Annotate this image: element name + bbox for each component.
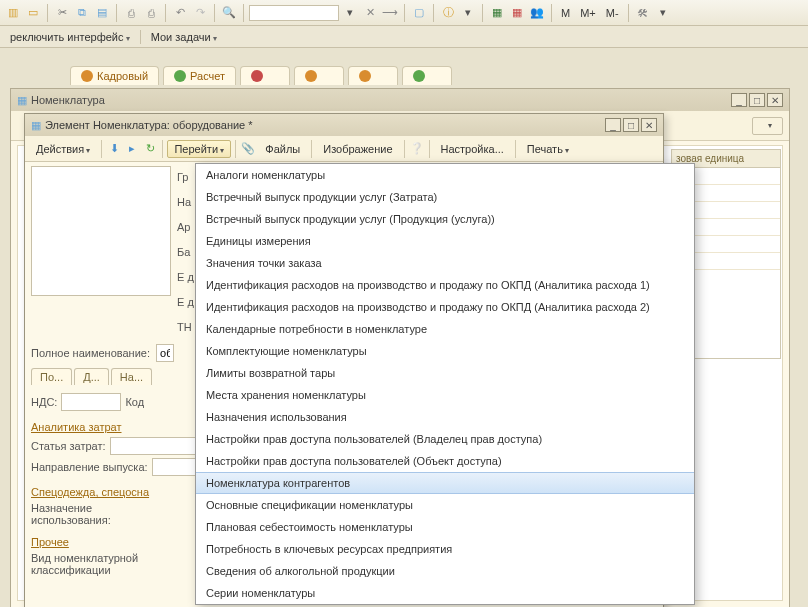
calendar-icon[interactable]: ▦ xyxy=(508,4,526,22)
separator xyxy=(235,140,236,158)
dd-item[interactable]: Встречный выпуск продукции услуг (Продук… xyxy=(196,208,694,230)
undo-icon[interactable]: ↶ xyxy=(171,4,189,22)
print-icon[interactable]: ⎙ xyxy=(122,4,140,22)
help-icon[interactable]: ❔ xyxy=(409,141,425,157)
attach-icon[interactable]: 📎 xyxy=(240,141,256,157)
users-icon[interactable]: 👥 xyxy=(528,4,546,22)
dd-item[interactable]: Потребность в ключевых ресурсах предприя… xyxy=(196,538,694,560)
close-button[interactable]: ✕ xyxy=(641,118,657,132)
minimize-button[interactable]: _ xyxy=(731,93,747,107)
dd-item[interactable]: Места хранения номенклатуры xyxy=(196,384,694,406)
open-icon[interactable]: ▭ xyxy=(24,4,42,22)
save-icon[interactable]: ⬇ xyxy=(106,141,122,157)
nomencl-type-label2: классификации xyxy=(31,564,111,576)
image-button[interactable]: Изображение xyxy=(316,140,399,158)
window-titlebar[interactable]: ▦ Номенклатура _ □ ✕ xyxy=(11,89,789,111)
image-preview xyxy=(31,166,171,296)
print-preview-icon[interactable]: ⎙ xyxy=(142,4,160,22)
dropdown-icon[interactable]: ▾ xyxy=(654,4,672,22)
menu-my-tasks[interactable]: Мои задачи xyxy=(145,29,223,45)
find-next-icon[interactable]: ⟶ xyxy=(381,4,399,22)
separator xyxy=(404,4,405,22)
field-label: Ар xyxy=(177,221,194,233)
separator xyxy=(628,4,629,22)
new-doc-icon[interactable]: ▥ xyxy=(4,4,22,22)
dd-item[interactable]: Основные спецификации номенклатуры xyxy=(196,494,694,516)
menu-switch-interface[interactable]: реключить интерфейс xyxy=(4,29,136,45)
memory-m-button[interactable]: M xyxy=(557,5,574,21)
app-menu-bar: реключить интерфейс Мои задачи xyxy=(0,26,808,48)
dd-item[interactable]: Аналоги номенклатуры xyxy=(196,164,694,186)
kod-label: Код xyxy=(125,396,144,408)
nds-input[interactable] xyxy=(61,393,121,411)
maximize-button[interactable]: □ xyxy=(749,93,765,107)
refresh-icon[interactable]: ↻ xyxy=(142,141,158,157)
section-spec: Спецодежда, спецосна xyxy=(31,486,197,498)
print-button[interactable]: Печать xyxy=(520,140,576,158)
dd-item[interactable]: Назначения использования xyxy=(196,406,694,428)
mini-tab-3[interactable]: На... xyxy=(111,368,152,385)
mini-tab-2[interactable]: Д... xyxy=(74,368,109,385)
workspace: Кадровый Расчет ▦ Номенклатура _ □ ✕ зов… xyxy=(0,48,808,607)
full-name-label: Полное наименование: xyxy=(31,347,150,359)
tab-4[interactable] xyxy=(294,66,344,85)
dd-item[interactable]: Значения точки заказа xyxy=(196,252,694,274)
copy-icon[interactable]: ⧉ xyxy=(73,4,91,22)
tab-label: Расчет xyxy=(190,70,225,82)
output-dir-input[interactable] xyxy=(152,458,197,476)
dd-item[interactable]: Плановая себестоимость номенклатуры xyxy=(196,516,694,538)
tab-5[interactable] xyxy=(348,66,398,85)
full-name-input[interactable] xyxy=(156,344,174,362)
separator xyxy=(515,140,516,158)
dropdown-icon[interactable]: ▾ xyxy=(341,4,359,22)
redo-icon[interactable]: ↷ xyxy=(191,4,209,22)
dd-item[interactable]: Комплектующие номенклатуры xyxy=(196,340,694,362)
window-icon[interactable]: ▢ xyxy=(410,4,428,22)
cut-icon[interactable]: ✂ xyxy=(53,4,71,22)
mini-tab-1[interactable]: По... xyxy=(31,368,72,385)
dd-item-highlighted[interactable]: Номенклатура контрагентов xyxy=(196,472,694,494)
dropdown-icon[interactable]: ▾ xyxy=(459,4,477,22)
assign-use-label2: использования: xyxy=(31,514,111,526)
toolbar-drop-right[interactable] xyxy=(752,117,783,135)
tab-6[interactable] xyxy=(402,66,452,85)
field-label: ТН xyxy=(177,321,194,333)
tab-3[interactable] xyxy=(240,66,290,85)
dd-item[interactable]: Идентификация расходов на производство и… xyxy=(196,274,694,296)
window-title: Номенклатура xyxy=(31,94,105,106)
clear-icon[interactable]: ✕ xyxy=(361,4,379,22)
separator xyxy=(140,30,141,44)
tab-kadrovyy[interactable]: Кадровый xyxy=(70,66,159,85)
paste-icon[interactable]: ▤ xyxy=(93,4,111,22)
settings-button[interactable]: Настройка... xyxy=(434,140,511,158)
maximize-button[interactable]: □ xyxy=(623,118,639,132)
close-button[interactable]: ✕ xyxy=(767,93,783,107)
dd-item[interactable]: Настройки прав доступа пользователей (Об… xyxy=(196,450,694,472)
goto-button[interactable]: Перейти xyxy=(167,140,231,158)
dd-item[interactable]: Единицы измерения xyxy=(196,230,694,252)
window-icon: ▦ xyxy=(17,94,27,107)
calc-icon[interactable]: ▦ xyxy=(488,4,506,22)
separator xyxy=(482,4,483,22)
cost-item-input[interactable] xyxy=(110,437,197,455)
tools-icon[interactable]: 🛠 xyxy=(634,4,652,22)
dd-item[interactable]: Календарные потребности в номенклатуре xyxy=(196,318,694,340)
dd-item[interactable]: Сведения об алкогольной продукции xyxy=(196,560,694,582)
memory-mminus-button[interactable]: M- xyxy=(602,5,623,21)
dd-item[interactable]: Серии номенклатуры xyxy=(196,582,694,604)
cost-item-label: Статья затрат: xyxy=(31,440,106,452)
search-icon[interactable]: 🔍 xyxy=(220,4,238,22)
files-button[interactable]: Файлы xyxy=(258,140,307,158)
search-input[interactable] xyxy=(249,5,339,21)
memory-mplus-button[interactable]: M+ xyxy=(576,5,600,21)
dd-item[interactable]: Настройки прав доступа пользователей (Вл… xyxy=(196,428,694,450)
window-titlebar[interactable]: ▦ Элемент Номенклатура: оборудование * _… xyxy=(25,114,663,136)
actions-button[interactable]: Действия xyxy=(29,140,97,158)
tab-raschet[interactable]: Расчет xyxy=(163,66,236,85)
info-icon[interactable]: ⓘ xyxy=(439,4,457,22)
dd-item[interactable]: Идентификация расходов на производство и… xyxy=(196,296,694,318)
minimize-button[interactable]: _ xyxy=(605,118,621,132)
dd-item[interactable]: Встречный выпуск продукции услуг (Затрат… xyxy=(196,186,694,208)
dd-item[interactable]: Лимиты возвратной тары xyxy=(196,362,694,384)
save-close-icon[interactable]: ▸ xyxy=(124,141,140,157)
